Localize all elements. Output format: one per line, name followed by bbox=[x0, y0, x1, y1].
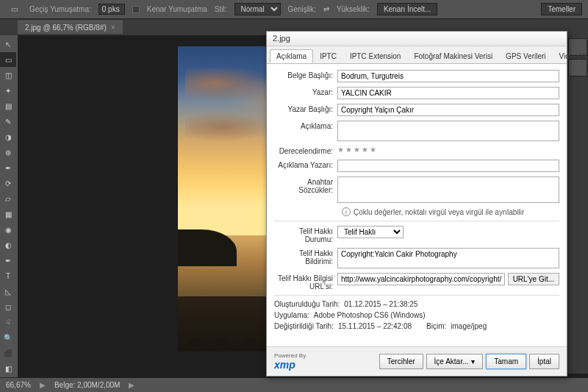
tab-iptc-ext[interactable]: IPTC Extension bbox=[343, 49, 407, 63]
workspace-button[interactable]: Temeller bbox=[541, 3, 582, 15]
format-value: image/jpeg bbox=[451, 322, 487, 330]
created-value: 01.12.2015 – 21:38:25 bbox=[344, 300, 417, 308]
arrow-icon: ▶ bbox=[40, 381, 46, 389]
zoom-level[interactable]: 66,67% bbox=[6, 381, 31, 389]
brush-tool[interactable]: ⊕ bbox=[0, 145, 16, 160]
author-title-input[interactable] bbox=[337, 104, 559, 116]
tools-panel: ↖ ▭ ◫ ✦ ▤ ✎ ◑ ⊕ ✒ ⟳ ▱ ▦ ◉ ◐ ✒ T ◺ ◻ ☟ 🔍 … bbox=[0, 35, 18, 377]
antialias-checkbox[interactable] bbox=[132, 6, 140, 13]
dialog-body: Belge Başlığı: Yazar: Yazar Başlığı: Açı… bbox=[267, 64, 567, 346]
width-label: Genişlik: bbox=[288, 5, 316, 13]
document-tab[interactable]: 2.jpg @ 66,7% (RGB/8#) × bbox=[18, 21, 123, 34]
pen-tool[interactable]: ✒ bbox=[0, 253, 16, 268]
close-icon[interactable]: × bbox=[111, 24, 115, 32]
preferences-button[interactable]: Tercihler bbox=[379, 354, 423, 369]
star-icon[interactable]: ★ bbox=[345, 146, 352, 154]
description-input[interactable] bbox=[337, 121, 559, 141]
author-label: Yazar: bbox=[274, 87, 337, 96]
copyright-url-label: Telif Hakkı Bilgisi URL'si: bbox=[274, 273, 337, 291]
copyright-notice-input[interactable]: Copyright:Yalcin Cakir Photography bbox=[337, 248, 559, 268]
copyright-notice-label: Telif Hakkı Bildirimi: bbox=[274, 248, 337, 266]
marquee-tool[interactable]: ▭ bbox=[0, 52, 16, 67]
powered-by-label: Powered By bbox=[274, 352, 306, 359]
desc-writer-input[interactable] bbox=[337, 160, 559, 172]
heal-tool[interactable]: ◑ bbox=[0, 129, 16, 144]
marquee-icon: ▭ bbox=[6, 2, 22, 17]
star-icon[interactable]: ★ bbox=[362, 146, 368, 154]
tab-camera[interactable]: Fotoğraf Makinesi Verisi bbox=[407, 49, 499, 63]
copyright-status-select[interactable]: Telif Haklı bbox=[337, 226, 404, 238]
path-tool[interactable]: ◺ bbox=[0, 284, 16, 299]
file-info-dialog: 2.jpg Açıklama IPTC IPTC Extension Fotoğ… bbox=[266, 31, 567, 377]
rating-stars[interactable]: ★★★★★ bbox=[337, 146, 376, 154]
style-select[interactable]: Normal bbox=[234, 3, 281, 15]
refine-edge-button[interactable]: Kenarı İncelt... bbox=[377, 3, 437, 15]
type-tool[interactable]: T bbox=[0, 268, 16, 283]
height-label: Yükseklik: bbox=[337, 5, 370, 13]
modified-value: 15.11.2015 – 22:42:08 bbox=[338, 322, 412, 330]
history-brush-tool[interactable]: ⟳ bbox=[0, 176, 16, 190]
description-label: Açıklama: bbox=[274, 121, 337, 130]
eyedropper-tool[interactable]: ✎ bbox=[0, 114, 16, 129]
antialias-label: Kenar Yumuşatma bbox=[147, 5, 207, 13]
move-tool[interactable]: ↖ bbox=[0, 37, 16, 51]
options-bar: ▭ Geçiş Yumuşatma: Kenar Yumuşatma Stil:… bbox=[0, 0, 588, 19]
feather-input[interactable] bbox=[98, 4, 125, 15]
doc-size: Belge: 2,00M/2,00M bbox=[54, 381, 121, 389]
gradient-tool[interactable]: ▦ bbox=[0, 207, 16, 221]
cancel-button[interactable]: İptal bbox=[529, 354, 559, 369]
status-bar: 66,67% ▶ Belge: 2,00M/2,00M ▶ bbox=[0, 377, 588, 392]
xmp-logo: xmp bbox=[274, 359, 306, 371]
created-label: Oluşturulduğu Tarih: bbox=[274, 300, 340, 308]
zoom-tool[interactable]: 🔍 bbox=[0, 330, 16, 345]
keywords-hint: Çoklu değerler, noktalı virgül veya virg… bbox=[354, 208, 524, 216]
blur-tool[interactable]: ◉ bbox=[0, 222, 16, 237]
stamp-tool[interactable]: ✒ bbox=[0, 160, 16, 175]
dialog-tabs: Açıklama IPTC IPTC Extension Fotoğraf Ma… bbox=[267, 46, 567, 64]
star-icon[interactable]: ★ bbox=[337, 146, 344, 154]
tab-video[interactable]: Video Verisi bbox=[553, 49, 588, 63]
feather-label: Geçiş Yumuşatma: bbox=[29, 5, 91, 13]
star-icon[interactable]: ★ bbox=[370, 146, 376, 154]
wand-tool[interactable]: ✦ bbox=[0, 83, 16, 98]
go-to-url-button[interactable]: URL'ye Git... bbox=[508, 273, 559, 285]
shape-tool[interactable]: ◻ bbox=[0, 299, 16, 314]
tab-title: 2.jpg @ 66,7% (RGB/8#) bbox=[25, 24, 107, 32]
format-label: Biçim: bbox=[426, 322, 446, 330]
author-input[interactable] bbox=[337, 87, 559, 99]
dodge-tool[interactable]: ◐ bbox=[0, 238, 16, 252]
tab-gps[interactable]: GPS Verileri bbox=[499, 49, 552, 63]
info-icon: i bbox=[342, 207, 351, 216]
copyright-status-label: Telif Hakkı Durumu: bbox=[274, 226, 337, 243]
swap-icon[interactable]: ⇄ bbox=[323, 5, 329, 13]
keywords-input[interactable] bbox=[337, 177, 559, 203]
author-title-label: Yazar Başlığı: bbox=[274, 104, 337, 113]
copyright-url-input[interactable] bbox=[337, 273, 505, 285]
crop-tool[interactable]: ▤ bbox=[0, 99, 16, 113]
chevron-down-icon: ▾ bbox=[471, 357, 475, 366]
app-value: Adobe Photoshop CS6 (Windows) bbox=[314, 311, 426, 319]
tab-iptc[interactable]: IPTC bbox=[313, 49, 343, 63]
app-label: Uygulama: bbox=[274, 311, 309, 319]
rating-label: Derecelendirme: bbox=[274, 146, 337, 155]
color-swap-icon[interactable]: ⬛ bbox=[0, 346, 16, 360]
ok-button[interactable]: Tamam bbox=[486, 354, 526, 369]
desc-writer-label: Açıklama Yazarı: bbox=[274, 160, 337, 169]
quick-mask-icon[interactable]: ◧ bbox=[0, 361, 16, 376]
import-button[interactable]: İçe Aktar...▾ bbox=[426, 354, 484, 369]
keywords-label: Anahtar Sözcükler: bbox=[274, 177, 337, 194]
star-icon[interactable]: ★ bbox=[354, 146, 360, 154]
lasso-tool[interactable]: ◫ bbox=[0, 68, 16, 82]
style-label: Stil: bbox=[215, 5, 227, 13]
doc-title-label: Belge Başlığı: bbox=[274, 70, 337, 79]
doc-title-input[interactable] bbox=[337, 70, 559, 82]
tab-description[interactable]: Açıklama bbox=[270, 49, 313, 63]
right-dock bbox=[566, 35, 588, 374]
eraser-tool[interactable]: ▱ bbox=[0, 191, 16, 206]
modified-label: Değiştirildiği Tarih: bbox=[274, 322, 334, 330]
arrow-icon[interactable]: ▶ bbox=[129, 381, 135, 389]
dialog-title: 2.jpg bbox=[267, 32, 567, 46]
hand-tool[interactable]: ☟ bbox=[0, 315, 16, 329]
dialog-footer: Powered By xmp Tercihler İçe Aktar...▾ T… bbox=[267, 346, 567, 376]
